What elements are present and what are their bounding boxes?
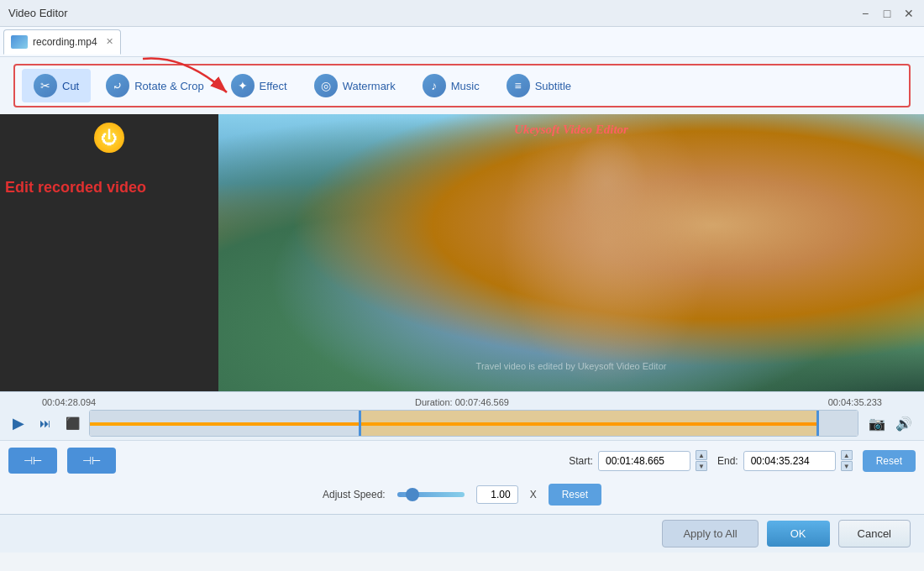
app-title: Video Editor bbox=[8, 7, 68, 19]
start-time-spinners: ▲ ▼ bbox=[696, 450, 707, 471]
split-right-button[interactable]: ⊣⊢ bbox=[67, 448, 116, 474]
play-button[interactable]: ▶ bbox=[8, 413, 29, 433]
cancel-button[interactable]: Cancel bbox=[838, 520, 911, 547]
apply-all-button[interactable]: Apply to All bbox=[662, 520, 758, 547]
cut-button[interactable]: ✂ Cut bbox=[22, 69, 91, 102]
speed-reset-button[interactable]: Reset bbox=[549, 484, 601, 506]
track-start-handle[interactable] bbox=[359, 411, 361, 436]
volume-button[interactable]: 🔊 bbox=[892, 411, 916, 435]
end-time-field: End: ▲ ▼ bbox=[717, 450, 853, 471]
rotate-crop-icon: ⤾ bbox=[106, 74, 129, 97]
adjust-speed-label: Adjust Speed: bbox=[323, 489, 386, 500]
tab-bar: recording.mp4 ✕ bbox=[0, 27, 924, 57]
cut-label: Cut bbox=[62, 80, 79, 92]
effect-button[interactable]: ✦ Effect bbox=[219, 69, 299, 102]
track-end-handle[interactable] bbox=[816, 411, 819, 436]
end-label: End: bbox=[717, 455, 738, 467]
timeline-time-left: 00:04:28.094 bbox=[42, 397, 96, 407]
title-bar: Video Editor − □ ✕ bbox=[0, 0, 924, 27]
subtitle-icon: ≡ bbox=[507, 74, 530, 97]
timeline-time-right: 00:04:35.233 bbox=[828, 397, 882, 407]
start-time-down[interactable]: ▼ bbox=[696, 461, 707, 471]
start-time-field: Start: ▲ ▼ bbox=[569, 450, 707, 471]
watermark-label: Watermark bbox=[343, 80, 396, 92]
close-button[interactable]: ✕ bbox=[900, 5, 917, 22]
snapshot-button[interactable]: 📷 bbox=[865, 411, 889, 435]
start-time-input[interactable] bbox=[598, 451, 690, 471]
subtitle-label: Subtitle bbox=[535, 80, 571, 92]
reset-button[interactable]: Reset bbox=[863, 450, 916, 472]
end-time-input[interactable] bbox=[743, 451, 836, 471]
end-time-spinners: ▲ ▼ bbox=[841, 450, 853, 471]
speed-row: Adjust Speed: X Reset bbox=[0, 480, 924, 514]
effect-icon: ✦ bbox=[231, 74, 255, 97]
minimize-button[interactable]: − bbox=[857, 5, 874, 22]
timeline-duration: Duration: 00:07:46.569 bbox=[415, 397, 509, 407]
timeline-controls: ▶ ⏭ ⬛ 📷 🔊 bbox=[8, 410, 916, 437]
timeline-area: 00:04:28.094 Duration: 00:07:46.569 00:0… bbox=[0, 391, 924, 440]
window-controls: − □ ✕ bbox=[857, 5, 917, 22]
video-background: Ukeysoft Video Editor Travel video is ed… bbox=[218, 114, 924, 391]
tab-close-icon[interactable]: ✕ bbox=[106, 36, 113, 47]
app-watermark: Ukeysoft Video Editor bbox=[514, 123, 628, 137]
timeline-track[interactable] bbox=[89, 410, 858, 437]
start-label: Start: bbox=[569, 455, 593, 467]
tab-label: recording.mp4 bbox=[33, 36, 97, 48]
person-silhouette bbox=[218, 114, 924, 391]
split-left-button[interactable]: ⊣⊢ bbox=[8, 448, 57, 474]
toolbar: ✂ Cut ⤾ Rotate & Crop ✦ Effect ◎ Waterma… bbox=[13, 64, 911, 107]
sidebar-logo-icon: ⏻ bbox=[94, 123, 124, 153]
step-forward-button[interactable]: ⏭ bbox=[35, 413, 55, 433]
main-area: ⏻ Edit recorded video Ukeysoft Video Edi… bbox=[0, 114, 924, 391]
music-icon: ♪ bbox=[423, 74, 446, 97]
left-sidebar: ⏻ Edit recorded video bbox=[0, 114, 218, 391]
track-selected-region bbox=[359, 411, 819, 436]
restore-button[interactable]: □ bbox=[879, 5, 895, 22]
music-label: Music bbox=[451, 80, 480, 92]
controls-row: ⊣⊢ ⊣⊢ Start: ▲ ▼ End: ▲ ▼ Reset bbox=[0, 440, 924, 480]
ok-button[interactable]: OK bbox=[767, 521, 830, 547]
watermark-icon: ◎ bbox=[314, 74, 338, 97]
split-right-icon: ⊣⊢ bbox=[82, 454, 101, 467]
music-button[interactable]: ♪ Music bbox=[411, 69, 491, 102]
timeline-right-buttons: 📷 🔊 bbox=[865, 411, 916, 435]
video-preview: Ukeysoft Video Editor Travel video is ed… bbox=[218, 114, 924, 391]
speed-value-input[interactable] bbox=[476, 485, 518, 504]
speed-slider-thumb bbox=[406, 488, 419, 501]
rotate-crop-label: Rotate & Crop bbox=[134, 80, 203, 92]
subtitle-button[interactable]: ≡ Subtitle bbox=[495, 69, 583, 102]
annotation-text: Edit recorded video bbox=[5, 178, 146, 197]
end-time-down[interactable]: ▼ bbox=[841, 461, 853, 471]
tab-thumbnail bbox=[11, 35, 28, 49]
watermark-button[interactable]: ◎ Watermark bbox=[302, 69, 407, 102]
stop-button[interactable]: ⬛ bbox=[62, 413, 82, 433]
end-time-up[interactable]: ▲ bbox=[841, 450, 853, 460]
speed-slider[interactable] bbox=[397, 492, 465, 497]
speed-unit: X bbox=[530, 489, 537, 500]
video-watermark: Travel video is edited by Ukeysoft Video… bbox=[476, 361, 667, 371]
bottom-bar: Apply to All OK Cancel bbox=[0, 514, 924, 553]
effect-label: Effect bbox=[260, 80, 287, 92]
annotation: Edit recorded video bbox=[5, 178, 146, 197]
start-time-up[interactable]: ▲ bbox=[696, 450, 707, 460]
split-left-icon: ⊣⊢ bbox=[24, 454, 42, 467]
file-tab[interactable]: recording.mp4 ✕ bbox=[3, 29, 121, 55]
rotate-crop-button[interactable]: ⤾ Rotate & Crop bbox=[94, 69, 215, 102]
timeline-times: 00:04:28.094 Duration: 00:07:46.569 00:0… bbox=[8, 397, 916, 407]
cut-icon: ✂ bbox=[34, 74, 57, 97]
